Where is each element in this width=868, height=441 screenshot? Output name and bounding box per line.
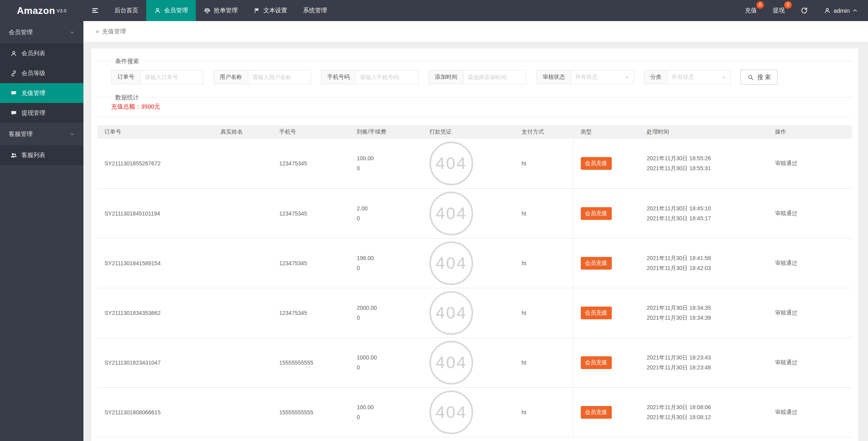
amount-fee-cell: 100.000 [350, 387, 422, 437]
payment-voucher-broken-image: 404 [429, 142, 473, 185]
nav-item-label: 系统管理 [303, 7, 327, 14]
sidebar-item-客服列表[interactable]: 客服列表 [0, 145, 83, 165]
type-badge: 会员充值 [581, 307, 612, 319]
header-nav: 后台首页会员管理抢单管理文本设置系统管理 [106, 0, 335, 21]
amount: 198.00 [357, 253, 422, 263]
table-row: SY21113018343536621234753452000.000404ht… [97, 288, 852, 338]
filter-select-5[interactable]: 所有状态 [571, 70, 634, 84]
chat-icon [10, 90, 17, 97]
filter-input-3[interactable] [356, 70, 419, 84]
nav-item-label: 后台首页 [114, 7, 138, 14]
refresh-button[interactable] [793, 0, 816, 21]
brand-name: Amazon [17, 5, 55, 16]
top-header: Amazon V3.0 后台首页会员管理抢单管理文本设置系统管理 充值 0 提现… [0, 0, 868, 21]
search-button-label: 搜 索 [757, 74, 771, 81]
table-row: SY2111301823431047155555555551000.000404… [97, 338, 852, 387]
filter-label: 用户名称 [213, 70, 248, 84]
pay-method-cell: ht [514, 338, 573, 387]
refresh-icon [800, 7, 808, 14]
filter-select-6[interactable]: 所有状态 [668, 70, 731, 84]
table-row: SY2111301841589154123475345198.000404ht会… [97, 238, 852, 288]
filter-bar: 订单号用户名称手机号码添加时间审核状态所有状态分类所有状态搜 索 [111, 70, 852, 85]
audit-status: 审核通过 [775, 409, 797, 415]
time-processed: 2021年11月30日 18:23:48 [647, 363, 768, 373]
time-created: 2021年11月30日 18:34:35 [647, 303, 768, 313]
stats-fieldset-legend: 数据统计 [111, 93, 143, 101]
nav-item-2[interactable]: 会员管理 [146, 0, 196, 21]
amount-fee-cell: 2.000 [350, 188, 422, 238]
recharge-label: 充值 [745, 7, 757, 14]
type-badge: 会员充值 [581, 157, 612, 170]
payment-voucher-broken-image: 404 [429, 241, 473, 285]
chevron-down-icon [70, 132, 75, 137]
user-menu[interactable]: admin [816, 0, 868, 21]
pay-method-cell: ht [514, 238, 573, 288]
app-logo: Amazon V3.0 [0, 0, 83, 21]
audit-status: 审核通过 [775, 359, 797, 365]
payment-voucher-broken-image: 404 [429, 291, 473, 335]
filter-select-value: 所有状态 [672, 74, 694, 81]
action-cell: 审核通过 [768, 188, 852, 238]
type-cell: 会员充值 [573, 288, 640, 338]
sidebar-section-2[interactable]: 客服管理 [0, 123, 83, 145]
real-name-cell [213, 139, 272, 188]
column-header-4: 到账/手续费 [350, 125, 422, 139]
table-body: SY2111301855267672123475345100.000404ht会… [97, 139, 852, 437]
nav-item-5[interactable]: 系统管理 [295, 0, 335, 21]
sidebar-item-充值管理[interactable]: 充值管理 [0, 83, 83, 103]
column-header-2: 真实姓名 [213, 125, 272, 139]
filter-group-5: 审核状态所有状态 [536, 70, 634, 84]
breadcrumb: » 充值管理 [83, 21, 868, 42]
filter-label: 手机号码 [321, 70, 356, 84]
type-cell: 会员充值 [573, 139, 640, 188]
real-name-cell [213, 238, 272, 288]
filter-input-4[interactable] [464, 70, 526, 84]
type-badge: 会员充值 [581, 257, 612, 270]
type-badge: 会员充值 [581, 356, 612, 369]
process-time-cell: 2021年11月30日 18:34:352021年11月30日 18:34:39 [640, 288, 768, 338]
type-cell: 会员充值 [573, 387, 640, 437]
real-name-cell [213, 288, 272, 338]
phone-cell: 123475345 [272, 139, 350, 188]
audit-status: 审核通过 [775, 160, 797, 166]
filter-label: 订单号 [111, 70, 141, 84]
search-button[interactable]: 搜 索 [740, 70, 777, 85]
sidebar-item-label: 客服列表 [21, 152, 45, 159]
fee: 0 [357, 163, 422, 173]
phone-cell: 123475345 [272, 288, 350, 338]
nav-item-4[interactable]: 文本设置 [246, 0, 295, 21]
breadcrumb-separator-icon: » [95, 28, 99, 35]
voucher-cell: 404 [422, 387, 514, 437]
column-header-6: 支付方式 [514, 125, 573, 139]
flag-icon [253, 7, 260, 14]
fee: 0 [357, 363, 422, 373]
filter-input-2[interactable] [248, 70, 311, 84]
pay-method-cell: ht [514, 387, 573, 437]
collapse-menu-icon[interactable] [83, 0, 106, 21]
column-header-9: 操作 [768, 125, 852, 139]
nav-item-1[interactable]: 后台首页 [106, 0, 146, 21]
user-icon [824, 7, 831, 14]
voucher-cell: 404 [422, 139, 514, 188]
action-cell: 审核通过 [768, 387, 852, 437]
audit-status: 审核通过 [775, 260, 797, 266]
real-name-cell [213, 387, 272, 437]
nav-item-3[interactable]: 抢单管理 [196, 0, 246, 21]
sidebar-item-会员等级[interactable]: 会员等级 [0, 63, 83, 83]
recharge-button[interactable]: 充值 0 [737, 0, 765, 21]
filter-group-4: 添加时间 [429, 70, 526, 84]
process-time-cell: 2021年11月30日 18:55:262021年11月30日 18:55:31 [640, 139, 768, 188]
sidebar-item-提现管理[interactable]: 提现管理 [0, 103, 83, 123]
type-cell: 会员充值 [573, 238, 640, 288]
filter-group-3: 手机号码 [321, 70, 419, 84]
breadcrumb-current: 充值管理 [102, 28, 126, 35]
withdraw-button[interactable]: 提现 0 [765, 0, 793, 21]
voucher-cell: 404 [422, 288, 514, 338]
filter-label: 添加时间 [429, 70, 464, 84]
sidebar-item-会员列表[interactable]: 会员列表 [0, 43, 83, 63]
withdraw-label: 提现 [773, 7, 785, 14]
content-card: 条件搜索 订单号用户名称手机号码添加时间审核状态所有状态分类所有状态搜 索 数据… [91, 49, 858, 441]
column-header-8: 处理时间 [640, 125, 768, 139]
sidebar-section-1[interactable]: 会员管理 [0, 21, 83, 43]
filter-input-1[interactable] [141, 70, 203, 84]
